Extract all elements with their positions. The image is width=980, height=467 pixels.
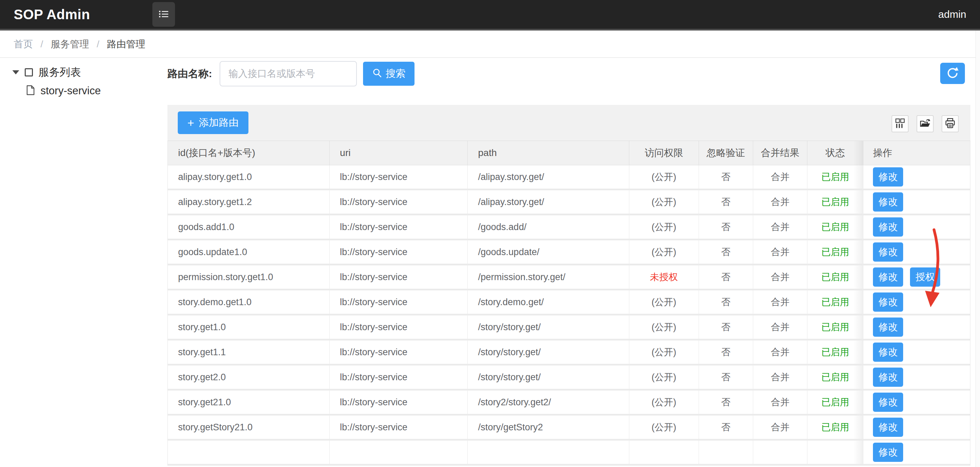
table-body: alipay.story.get1.0 lb://story-service /… bbox=[168, 165, 970, 465]
actions-cell: 修改授权 bbox=[863, 265, 970, 289]
table-row: story.get1.1 lb://story-service /story/s… bbox=[168, 340, 970, 365]
authorize-button[interactable]: 授权 bbox=[910, 267, 940, 287]
table-row: alipay.story.get1.0 lb://story-service /… bbox=[168, 165, 970, 190]
modify-button[interactable]: 修改 bbox=[873, 343, 903, 362]
modify-button[interactable]: 修改 bbox=[873, 218, 903, 237]
cell-merge-result: 合并 bbox=[753, 416, 808, 439]
cell-status: 已启用 bbox=[807, 365, 863, 389]
table-row: story.getStory21.0 lb://story-service /s… bbox=[168, 416, 970, 441]
cell-ignore-auth: 否 bbox=[699, 391, 753, 414]
column-header-status: 状态 bbox=[807, 141, 863, 165]
tree-node-story-service[interactable]: story-service bbox=[26, 82, 158, 100]
printer-icon bbox=[944, 118, 956, 130]
modify-button[interactable]: 修改 bbox=[873, 368, 903, 387]
tree-node-service-list[interactable]: 服务列表 bbox=[12, 64, 158, 81]
cell-id: goods.add1.0 bbox=[168, 215, 330, 239]
vertical-scrollbar[interactable] bbox=[975, 30, 980, 467]
cell-merge-result: 合并 bbox=[753, 340, 808, 364]
modify-button[interactable]: 修改 bbox=[873, 392, 903, 412]
modify-button[interactable]: 修改 bbox=[873, 192, 903, 211]
column-header-path: path bbox=[468, 141, 629, 165]
table-row: permission.story.get1.0 lb://story-servi… bbox=[168, 265, 970, 291]
cell-path: /alipay.story.get/ bbox=[468, 190, 629, 214]
cell-ignore-auth bbox=[699, 441, 753, 464]
file-icon bbox=[26, 85, 35, 97]
app-header: SOP Admin admin bbox=[0, 0, 980, 29]
cell-permission: (公开) bbox=[629, 315, 699, 339]
modify-button[interactable]: 修改 bbox=[873, 418, 903, 437]
cell-path: /story/story.get/ bbox=[468, 340, 629, 364]
cell-ignore-auth: 否 bbox=[699, 190, 753, 214]
cell-merge-result: 合并 bbox=[753, 165, 808, 189]
table-row: goods.update1.0 lb://story-service /good… bbox=[168, 240, 970, 265]
list-icon bbox=[157, 7, 170, 22]
actions-cell: 修改 bbox=[863, 340, 970, 364]
app-title: SOP Admin bbox=[14, 0, 90, 29]
table-row: 修改 bbox=[168, 441, 970, 465]
cell-merge-result: 合并 bbox=[753, 240, 808, 264]
breadcrumb-home[interactable]: 首页 bbox=[14, 38, 33, 51]
routes-table-panel: + 添加路由 bbox=[167, 105, 970, 465]
cell-path: /goods.update/ bbox=[468, 240, 629, 264]
table-row: story.get21.0 lb://story-service /story2… bbox=[168, 391, 970, 416]
refresh-button[interactable] bbox=[940, 63, 965, 84]
cell-permission: (公开) bbox=[629, 365, 699, 389]
cell-ignore-auth: 否 bbox=[699, 340, 753, 364]
modify-button[interactable]: 修改 bbox=[873, 167, 903, 186]
actions-cell: 修改 bbox=[863, 291, 970, 314]
cell-ignore-auth: 否 bbox=[699, 315, 753, 339]
breadcrumb-bar: 首页 / 服务管理 / 路由管理 bbox=[0, 30, 980, 58]
add-route-label: 添加路由 bbox=[199, 116, 239, 130]
cell-uri: lb://story-service bbox=[330, 416, 468, 439]
cell-path: /story2/story.get2/ bbox=[468, 391, 629, 414]
cell-ignore-auth: 否 bbox=[699, 215, 753, 239]
plus-icon: + bbox=[187, 117, 194, 129]
cell-status: 已启用 bbox=[807, 391, 863, 414]
route-search-form: 路由名称: 搜索 bbox=[167, 61, 415, 86]
cell-uri: lb://story-service bbox=[330, 365, 468, 389]
cell-merge-result: 合并 bbox=[753, 391, 808, 414]
cell-permission: (公开) bbox=[629, 291, 699, 314]
cell-merge-result bbox=[753, 441, 808, 464]
column-header-actions: 操作 bbox=[863, 141, 970, 165]
refresh-icon bbox=[945, 66, 960, 81]
export-button[interactable] bbox=[916, 115, 934, 132]
tree-node-label[interactable]: 服务列表 bbox=[38, 65, 81, 79]
breadcrumb-service-mgmt[interactable]: 服务管理 bbox=[51, 38, 89, 51]
cell-uri: lb://story-service bbox=[330, 215, 468, 239]
search-button-label: 搜索 bbox=[386, 67, 406, 81]
search-icon bbox=[372, 68, 382, 80]
table-tool-buttons bbox=[891, 115, 959, 132]
actions-cell: 修改 bbox=[863, 441, 970, 464]
current-user[interactable]: admin bbox=[938, 0, 966, 29]
breadcrumb-separator: / bbox=[40, 39, 43, 50]
modify-button[interactable]: 修改 bbox=[873, 267, 903, 287]
cell-merge-result: 合并 bbox=[753, 215, 808, 239]
cell-path: /story/getStory2 bbox=[468, 416, 629, 439]
search-button[interactable]: 搜索 bbox=[363, 62, 415, 86]
cell-permission: (公开) bbox=[629, 416, 699, 439]
header-divider bbox=[0, 29, 980, 30]
route-name-input[interactable] bbox=[220, 61, 357, 86]
export-icon bbox=[919, 118, 931, 130]
cell-path bbox=[468, 441, 629, 464]
modify-button[interactable]: 修改 bbox=[873, 318, 903, 337]
tree-node-label[interactable]: story-service bbox=[40, 85, 101, 97]
print-button[interactable] bbox=[942, 115, 959, 132]
cell-permission: (公开) bbox=[629, 215, 699, 239]
modify-button[interactable]: 修改 bbox=[873, 242, 903, 262]
cell-ignore-auth: 否 bbox=[699, 240, 753, 264]
cell-id: alipay.story.get1.2 bbox=[168, 190, 330, 214]
sidebar-toggle-button[interactable] bbox=[152, 2, 175, 27]
modify-button[interactable]: 修改 bbox=[873, 443, 903, 462]
cell-permission: (公开) bbox=[629, 391, 699, 414]
modify-button[interactable]: 修改 bbox=[873, 292, 903, 312]
add-route-button[interactable]: + 添加路由 bbox=[178, 111, 248, 134]
column-header-ignore: 忽略验证 bbox=[699, 141, 753, 165]
actions-cell: 修改 bbox=[863, 365, 970, 389]
breadcrumb-separator: / bbox=[97, 39, 100, 50]
columns-toggle-button[interactable] bbox=[891, 115, 908, 132]
caret-down-icon[interactable] bbox=[12, 70, 19, 75]
cell-id: story.get1.0 bbox=[168, 315, 330, 339]
route-name-label: 路由名称: bbox=[167, 67, 212, 81]
